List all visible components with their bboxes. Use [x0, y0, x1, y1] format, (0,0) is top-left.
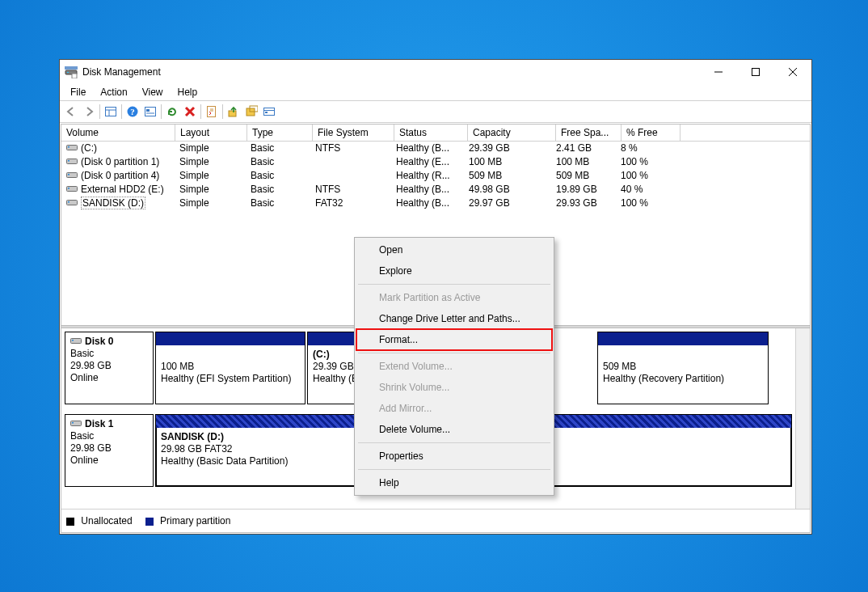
context-menu-item[interactable]: Open	[356, 239, 552, 260]
partition[interactable]: 509 MBHealthy (Recovery Partition)	[597, 332, 769, 404]
col-filesystem[interactable]: File System	[313, 125, 394, 141]
forward-button[interactable]	[80, 103, 98, 121]
cell-layout: Simple	[175, 183, 246, 197]
context-menu-item[interactable]: Help	[356, 472, 552, 493]
legend-primary-label: Primary partition	[160, 515, 230, 526]
cell-type: Basic	[246, 169, 310, 183]
col-volume[interactable]: Volume	[61, 125, 175, 141]
context-menu-item: Mark Partition as Active	[356, 287, 552, 308]
partition-size: 509 MB	[603, 361, 763, 373]
volume-row[interactable]: External HDD2 (E:)SimpleBasicNTFSHealthy…	[61, 183, 810, 197]
app-icon	[65, 66, 78, 78]
cell-fs: NTFS	[310, 142, 391, 155]
cell-status: Healthy (R...	[391, 169, 464, 183]
col-status[interactable]: Status	[394, 125, 468, 141]
partition-status: Healthy (Recovery Partition)	[603, 373, 763, 385]
disk-sidebar[interactable]: Disk 1Basic29.98 GBOnline	[65, 414, 154, 487]
svg-rect-20	[229, 111, 236, 116]
delete-button[interactable]	[181, 103, 199, 121]
titlebar-controls	[700, 60, 811, 84]
desktop: Disk Management File Action View Help	[0, 0, 868, 592]
volume-rows: (C:)SimpleBasicNTFSHealthy (B...29.39 GB…	[61, 142, 810, 210]
svg-rect-39	[72, 422, 74, 424]
svg-rect-33	[68, 188, 70, 189]
cell-free: 2.41 GB	[551, 142, 616, 155]
toolbar-separator	[200, 104, 201, 119]
volume-name: (Disk 0 partition 1)	[81, 156, 159, 167]
cell-fs: FAT32	[310, 197, 391, 210]
volume-row[interactable]: (Disk 0 partition 4)SimpleBasicHealthy (…	[61, 169, 810, 183]
volume-row[interactable]: SANDISK (D:)SimpleBasicFAT32Healthy (B..…	[61, 197, 810, 210]
col-freespace[interactable]: Free Spa...	[556, 125, 622, 141]
cell-pct: 100 %	[616, 197, 674, 210]
drive-icon	[66, 155, 78, 169]
back-button[interactable]	[62, 103, 80, 121]
properties-button[interactable]	[203, 103, 221, 121]
partition[interactable]: 100 MBHealthy (EFI System Partition)	[155, 332, 305, 404]
disk-name: Disk 0	[85, 336, 113, 347]
menu-view[interactable]: View	[135, 85, 171, 99]
menu-action[interactable]: Action	[93, 85, 134, 99]
cell-layout: Simple	[175, 197, 246, 210]
svg-rect-31	[68, 174, 70, 175]
context-menu-item[interactable]: Explore	[356, 260, 552, 281]
cell-pct: 100 %	[616, 169, 674, 183]
svg-rect-19	[208, 107, 216, 117]
cell-type: Basic	[246, 197, 310, 210]
cell-free: 19.89 GB	[551, 183, 616, 197]
menu-file[interactable]: File	[63, 85, 93, 99]
show-hide-tree-button[interactable]	[102, 103, 120, 121]
col-layout[interactable]: Layout	[175, 125, 247, 141]
col-capacity[interactable]: Capacity	[468, 125, 556, 141]
svg-rect-3	[65, 66, 78, 70]
cell-capacity: 509 MB	[464, 169, 551, 183]
context-menu-item[interactable]: Properties	[356, 446, 552, 467]
cell-pct: 100 %	[616, 155, 674, 169]
cell-free: 29.93 GB	[551, 197, 616, 210]
volume-name: (C:)	[81, 142, 97, 154]
cell-pct: 40 %	[616, 183, 674, 197]
help-button[interactable]: ?	[124, 103, 141, 121]
vertical-scrollbar[interactable]	[795, 328, 810, 509]
titlebar[interactable]: Disk Management	[60, 60, 811, 84]
context-menu-item[interactable]: Delete Volume...	[356, 419, 552, 440]
disk-sidebar[interactable]: Disk 0Basic29.98 GBOnline	[65, 332, 154, 404]
drive-icon	[66, 197, 78, 210]
cell-status: Healthy (B...	[391, 142, 464, 155]
cell-fs	[310, 169, 391, 183]
cell-free: 100 MB	[551, 155, 616, 169]
action-button-1[interactable]	[225, 103, 242, 121]
action-button-3[interactable]	[260, 103, 278, 121]
cell-fs: NTFS	[310, 183, 391, 197]
action-button-2[interactable]	[242, 103, 260, 121]
svg-rect-4	[72, 74, 77, 78]
settings-button[interactable]	[141, 103, 159, 121]
svg-rect-29	[68, 160, 70, 162]
cell-layout: Simple	[175, 142, 246, 155]
disk-type: Basic	[70, 430, 148, 442]
context-menu-item[interactable]: Format...	[356, 329, 552, 350]
context-menu-item[interactable]: Change Drive Letter and Paths...	[356, 308, 552, 329]
col-type[interactable]: Type	[247, 125, 313, 141]
svg-text:?: ?	[130, 107, 135, 116]
context-menu-item: Shrink Volume...	[356, 377, 552, 398]
minimize-button[interactable]	[700, 60, 737, 84]
disk-capacity: 29.98 GB	[70, 442, 148, 455]
swatch-unallocated-icon	[66, 518, 74, 526]
volume-row[interactable]: (C:)SimpleBasicNTFSHealthy (B...29.39 GB…	[61, 142, 810, 155]
drive-icon	[66, 183, 78, 197]
volume-row[interactable]: (Disk 0 partition 1)SimpleBasicHealthy (…	[61, 155, 810, 169]
disk-status: Online	[70, 372, 148, 384]
svg-rect-6	[752, 69, 760, 76]
context-menu[interactable]: OpenExploreMark Partition as ActiveChang…	[354, 237, 554, 496]
maximize-button[interactable]	[737, 60, 774, 84]
refresh-button[interactable]	[163, 103, 181, 121]
close-button[interactable]	[774, 60, 811, 84]
volume-list-header[interactable]: Volume Layout Type File System Status Ca…	[61, 125, 810, 142]
menu-help[interactable]: Help	[171, 85, 205, 99]
svg-rect-35	[68, 201, 70, 203]
cell-capacity: 49.98 GB	[464, 183, 551, 197]
col-pctfree[interactable]: % Free	[622, 125, 680, 141]
cell-capacity: 100 MB	[464, 155, 551, 169]
svg-rect-25	[265, 112, 268, 113]
